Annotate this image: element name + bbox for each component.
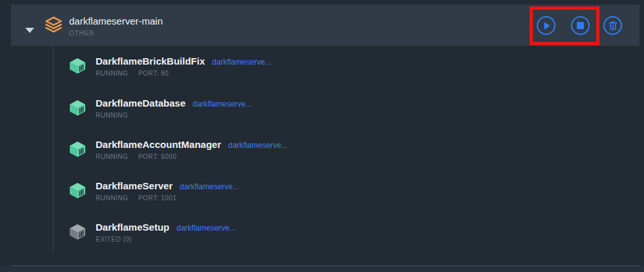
container-image-link[interactable]: darkflameserve... bbox=[176, 224, 236, 233]
stop-stack-button[interactable] bbox=[571, 16, 590, 35]
container-image-link[interactable]: darkflameserve... bbox=[192, 99, 252, 109]
container-status: EXITED (0) bbox=[96, 236, 132, 243]
stack-panel: darkflameserver-main OTHER Darkf bbox=[0, 0, 644, 272]
container-status: RUNNING bbox=[96, 194, 128, 202]
container-cube-icon bbox=[68, 57, 87, 75]
container-row[interactable]: DarkflameBrickBuildFix darkflameserve...… bbox=[68, 56, 271, 77]
start-stack-button[interactable] bbox=[537, 16, 556, 35]
container-name: DarkflameDatabase bbox=[96, 98, 185, 109]
container-cube-icon bbox=[68, 223, 87, 241]
container-row[interactable]: DarkflameDatabase darkflameserve... RUNN… bbox=[68, 98, 252, 119]
container-name: DarkflameServer bbox=[96, 180, 172, 191]
container-name: DarkflameBrickBuildFix bbox=[96, 56, 205, 67]
container-image-link[interactable]: darkflameserve... bbox=[180, 182, 239, 191]
container-port: PORT: 80 bbox=[138, 70, 169, 77]
container-cube-icon bbox=[68, 140, 87, 158]
container-name: DarkflameAccountManager bbox=[96, 139, 221, 150]
container-status: RUNNING bbox=[96, 112, 128, 119]
stack-layers-icon bbox=[44, 16, 63, 37]
tree-indent-line bbox=[53, 46, 54, 252]
stop-icon bbox=[577, 22, 584, 29]
container-port: PORT: 1001 bbox=[138, 194, 176, 202]
container-image-link[interactable]: darkflameserve... bbox=[212, 58, 271, 67]
container-status: RUNNING bbox=[96, 153, 128, 160]
stack-name: darkflameserver-main bbox=[69, 16, 163, 27]
stack-header[interactable]: darkflameserver-main OTHER bbox=[11, 5, 639, 46]
container-image-link[interactable]: darkflameserve... bbox=[228, 141, 287, 150]
container-name: DarkflameSetup bbox=[96, 222, 169, 233]
play-icon bbox=[543, 21, 551, 30]
stack-type-label: OTHER bbox=[69, 30, 163, 37]
footer-strip bbox=[0, 266, 644, 272]
container-cube-icon bbox=[68, 182, 87, 200]
delete-stack-button[interactable] bbox=[603, 16, 622, 35]
trash-icon bbox=[607, 20, 619, 32]
container-status: RUNNING bbox=[96, 70, 128, 77]
container-row[interactable]: DarkflameAccountManager darkflameserve..… bbox=[68, 139, 287, 160]
container-cube-icon bbox=[68, 99, 87, 117]
container-port: PORT: 5000 bbox=[138, 153, 176, 160]
chevron-down-icon[interactable] bbox=[25, 28, 34, 33]
container-row[interactable]: DarkflameSetup darkflameserve... EXITED … bbox=[68, 222, 236, 243]
container-row[interactable]: DarkflameServer darkflameserve... RUNNIN… bbox=[68, 180, 239, 202]
